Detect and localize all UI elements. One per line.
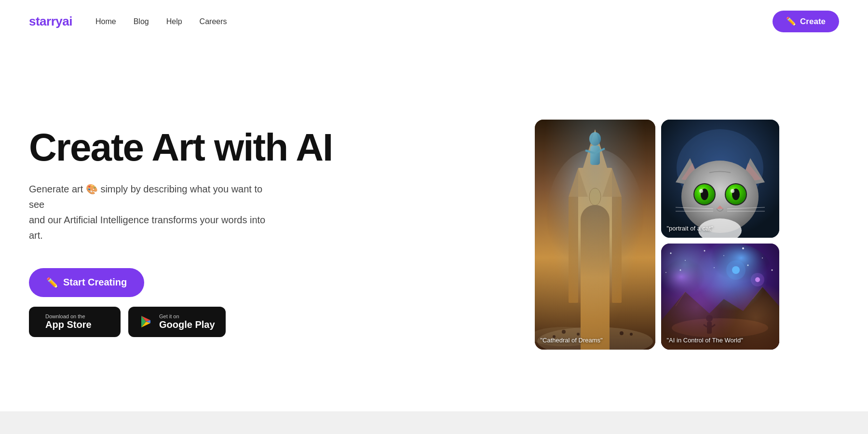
- svg-point-19: [562, 330, 566, 334]
- nav-blog[interactable]: Blog: [134, 17, 149, 26]
- svg-point-20: [577, 333, 580, 336]
- navigation: starryai Home Blog Help Careers ✏️ Creat…: [0, 0, 868, 43]
- nav-links: Home Blog Help Careers: [95, 17, 227, 26]
- cat-art-card[interactable]: "portrait of a cat": [661, 120, 779, 238]
- logo[interactable]: starryai: [29, 14, 72, 29]
- nav-home[interactable]: Home: [95, 17, 116, 26]
- svg-point-49: [685, 260, 686, 261]
- svg-marker-5: [569, 168, 588, 197]
- start-creating-button[interactable]: ✏️ Start Creating: [29, 268, 144, 297]
- svg-point-9: [590, 244, 600, 256]
- google-play-small-label: Get it on: [159, 313, 179, 319]
- pencil-icon: ✏️: [786, 16, 796, 27]
- main-content: Create Art with AI Generate art 🎨 simply…: [0, 43, 868, 411]
- nav-help[interactable]: Help: [166, 17, 182, 26]
- svg-point-62: [751, 273, 764, 286]
- nav-left: starryai Home Blog Help Careers: [29, 14, 227, 29]
- bottom-strip: [0, 411, 868, 434]
- svg-line-64: [676, 292, 685, 306]
- cathedral-caption: "Cathedral of Dreams": [541, 337, 603, 344]
- google-play-button[interactable]: Get it on Google Play: [128, 307, 226, 337]
- hero-subtitle: Generate art 🎨 simply by describing what…: [29, 181, 280, 243]
- svg-point-50: [704, 250, 705, 251]
- cathedral-art-card[interactable]: "Cathedral of Dreams": [535, 120, 655, 350]
- art-grid: "Cathedral of Dreams": [535, 120, 779, 350]
- svg-marker-4: [583, 129, 607, 168]
- logo-text: starryai: [29, 14, 72, 28]
- svg-point-21: [591, 331, 595, 335]
- svg-point-66: [672, 318, 768, 338]
- hero-subtitle-line1: Generate art 🎨 simply by describing what…: [29, 184, 262, 210]
- google-play-svg: [140, 315, 152, 328]
- svg-point-47: [661, 256, 729, 309]
- cat-svg: [661, 120, 779, 238]
- svg-point-56: [747, 264, 748, 266]
- svg-line-69: [704, 325, 707, 327]
- svg-line-65: [753, 287, 762, 299]
- svg-rect-45: [661, 244, 779, 350]
- svg-point-13: [589, 132, 601, 146]
- create-button-label: Create: [800, 17, 826, 27]
- hero-section: Create Art with AI Generate art 🎨 simply…: [29, 118, 475, 337]
- svg-point-2: [547, 149, 643, 284]
- svg-point-54: [771, 269, 773, 271]
- svg-point-52: [742, 247, 744, 249]
- svg-point-8: [590, 218, 600, 233]
- store-buttons-group: Download on the App Store: [29, 307, 226, 337]
- svg-point-61: [755, 277, 760, 282]
- space-art-card[interactable]: "AI in Control of The World": [661, 244, 779, 350]
- svg-rect-14: [590, 146, 600, 165]
- svg-point-53: [762, 258, 763, 258]
- nav-careers[interactable]: Careers: [200, 17, 227, 26]
- svg-point-22: [606, 334, 609, 337]
- svg-rect-12: [585, 279, 605, 303]
- app-store-small-label: Download on the: [45, 313, 85, 319]
- cat-caption: "portrait of a cat": [667, 225, 713, 232]
- art-gallery: "Cathedral of Dreams": [475, 105, 839, 350]
- google-play-text: Get it on Google Play: [159, 313, 215, 330]
- start-creating-label: Start Creating: [63, 277, 127, 288]
- space-art-image: [661, 244, 779, 350]
- hero-title: Create Art with AI: [29, 127, 455, 168]
- svg-point-59: [732, 266, 740, 274]
- svg-line-16: [595, 149, 605, 153]
- svg-point-48: [670, 252, 671, 254]
- svg-point-46: [695, 244, 772, 301]
- google-play-large-label: Google Play: [159, 319, 215, 330]
- cathedral-svg: [535, 120, 655, 350]
- cat-art-image: [661, 120, 779, 238]
- hero-subtitle-line2: and our Artificial Intelligence transfor…: [29, 215, 265, 241]
- svg-point-60: [726, 260, 746, 280]
- svg-point-67: [706, 315, 713, 322]
- svg-line-70: [712, 325, 715, 327]
- cta-section: ✏️ Start Creating Download on the App St…: [29, 268, 455, 337]
- svg-point-55: [665, 272, 666, 273]
- svg-point-37: [699, 189, 703, 193]
- svg-rect-1: [535, 120, 655, 350]
- svg-point-23: [620, 331, 624, 335]
- svg-point-7: [589, 188, 601, 205]
- svg-point-58: [679, 269, 681, 271]
- space-svg: [661, 244, 779, 350]
- svg-rect-3: [578, 168, 612, 303]
- play-store-icon: [139, 314, 153, 329]
- app-store-text: Download on the App Store: [45, 313, 92, 330]
- app-store-large-label: App Store: [45, 319, 92, 330]
- svg-marker-6: [602, 168, 622, 197]
- app-store-button[interactable]: Download on the App Store: [29, 307, 121, 337]
- pencil-icon-cta: ✏️: [46, 277, 58, 288]
- svg-rect-11: [612, 197, 622, 303]
- svg-line-15: [585, 150, 595, 153]
- svg-point-38: [731, 189, 734, 193]
- svg-point-57: [714, 267, 715, 268]
- svg-rect-68: [707, 322, 712, 334]
- svg-point-51: [723, 255, 724, 256]
- nav-create-button[interactable]: ✏️ Create: [773, 11, 839, 32]
- space-caption: "AI in Control of The World": [667, 337, 743, 344]
- svg-rect-10: [569, 197, 578, 303]
- cathedral-art-image: [535, 120, 655, 350]
- svg-point-24: [630, 333, 633, 336]
